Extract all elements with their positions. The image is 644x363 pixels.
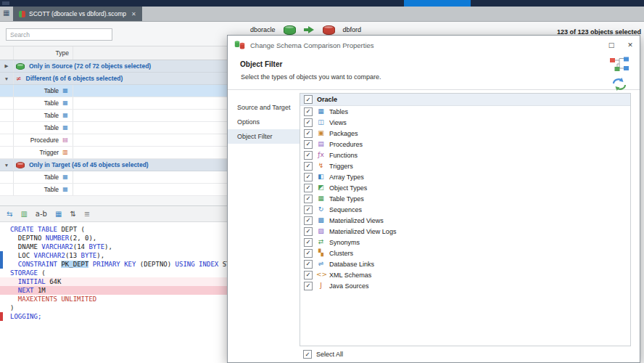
table-icon: ▦ [62, 88, 69, 94]
tree-item-synonyms[interactable]: ✓⇄Synonyms [300, 237, 630, 248]
checkbox[interactable]: ✓ [304, 282, 313, 290]
database-links-icon: ⇌ [316, 261, 326, 267]
app-window: ▦ SCOTT (dboracle vs dbford).scomp ✕ dbo… [0, 0, 644, 363]
source-database-icon [284, 25, 296, 35]
checkbox[interactable]: ✓ [304, 271, 313, 280]
checkbox[interactable]: ✓ [304, 151, 313, 160]
tree-item-label: Object Types [329, 184, 367, 192]
group-label: Only in Target (45 of 45 objects selecte… [29, 161, 149, 168]
tree-root-row[interactable]: ✓ Oracle [300, 94, 630, 106]
change-marker-red [0, 312, 3, 321]
dialog-nav-item-source-and-target[interactable]: Source and Target [228, 100, 300, 115]
select-all-checkbox[interactable]: ✓ [303, 350, 312, 359]
tab-title: SCOTT (dboracle vs dbford).scomp [29, 10, 126, 17]
page-subtitle: Select the types of objects you want to … [241, 73, 640, 81]
tree-item-xml-schemas[interactable]: ✓<>XML Schemas [300, 269, 630, 280]
tree-item-label: Table Types [329, 195, 364, 203]
tree-item-label: XML Schemas [329, 272, 371, 279]
tree-item-materialized-view-logs[interactable]: ✓▨Materialized View Logs [300, 226, 630, 237]
ab-compare-icon[interactable]: a-b [36, 211, 47, 218]
dialog-nav-item-options[interactable]: Options [228, 115, 300, 129]
tree-item-clusters[interactable]: ✓▚Clusters [300, 248, 630, 258]
expander-icon[interactable]: ▼ [0, 159, 14, 171]
database-red-icon [16, 162, 25, 168]
checkbox[interactable]: ✓ [304, 227, 313, 236]
trigger-icon: ▥ [62, 150, 69, 155]
type-column-header[interactable]: Type [14, 46, 73, 60]
tree-item-database-links[interactable]: ✓⇌Database Links [300, 258, 630, 269]
checkbox[interactable]: ✓ [304, 118, 313, 127]
tree-item-label: Packages [329, 130, 358, 137]
checkbox[interactable]: ✓ [304, 162, 313, 171]
dialog-nav: Source and TargetOptionsObject Filter [228, 90, 300, 362]
tree-item-java-sources[interactable]: ✓JJava Sources [300, 280, 630, 291]
top-menu-strip [0, 0, 644, 7]
procedure-icon: ▤ [62, 137, 69, 143]
views-icon: ◫ [316, 119, 326, 126]
checkbox[interactable]: ✓ [304, 107, 313, 116]
target-database-icon [323, 25, 335, 35]
select-all-label: Select All [316, 351, 343, 358]
format-lines-icon[interactable]: ≣ [84, 211, 90, 218]
app-menu-icon[interactable] [2, 1, 9, 5]
maximize-button[interactable]: □ [602, 41, 621, 49]
export-script-icon[interactable]: ▥ [20, 211, 27, 218]
functions-icon: ƒx [316, 152, 326, 158]
tab-scott-comparison[interactable]: SCOTT (dboracle vs dbford).scomp ✕ [13, 7, 142, 21]
change-marker-blue [0, 251, 3, 260]
tree-item-table-types[interactable]: ✓▦Table Types [300, 193, 630, 204]
checkbox[interactable]: ✓ [304, 184, 313, 192]
tree-item-triggers[interactable]: ✓↯Triggers [300, 160, 630, 171]
expander-icon[interactable]: ▼ [0, 73, 14, 84]
active-menu-highlight[interactable] [404, 0, 471, 7]
checkbox[interactable]: ✓ [304, 129, 313, 138]
tree-item-tables[interactable]: ✓▦Tables [300, 106, 630, 117]
comparison-direction-arrow-icon [304, 26, 315, 33]
tree-item-label: Synonyms [329, 239, 360, 246]
checkbox[interactable]: ✓ [304, 216, 313, 225]
tab-close-icon[interactable]: ✕ [131, 11, 136, 17]
tree-item-procedures[interactable]: ✓▤Procedures [300, 139, 630, 150]
checkbox[interactable]: ✓ [304, 205, 313, 214]
checkbox[interactable]: ✓ [304, 249, 313, 258]
checkbox[interactable]: ✓ [304, 173, 313, 182]
sync-comparison-icon[interactable]: ⇆ [7, 211, 12, 218]
tree-item-object-types[interactable]: ✓◩Object Types [300, 182, 630, 193]
tree-item-sequences[interactable]: ✓↻Sequences [300, 204, 630, 215]
dialog-title: Change Schema Comparison Properties [250, 41, 374, 49]
tree-item-functions[interactable]: ✓ƒxFunctions [300, 150, 630, 160]
dialog-compare-icon [234, 40, 245, 50]
tree-item-array-types[interactable]: ✓◧Array Types [300, 171, 630, 182]
schema-compare-doc-icon [19, 11, 25, 17]
table-icon: ▦ [62, 100, 69, 106]
triggers-icon: ↯ [316, 163, 326, 169]
checkbox[interactable]: ✓ [304, 238, 313, 247]
table-types-icon: ▦ [316, 195, 326, 202]
close-button[interactable]: ✕ [621, 41, 640, 49]
dialog-titlebar[interactable]: Change Schema Comparison Properties □ ✕ [228, 36, 640, 54]
checkbox[interactable]: ✓ [304, 195, 313, 203]
sort-icon[interactable]: ⇅ [70, 211, 75, 218]
search-input[interactable] [6, 28, 112, 41]
tree-item-label: Functions [329, 152, 358, 159]
tree-item-label: Materialized Views [329, 217, 384, 224]
object-type-label: Table [44, 87, 59, 94]
tree-root-label: Oracle [317, 96, 337, 103]
table-icon: ▦ [62, 174, 69, 180]
tree-item-packages[interactable]: ✓▣Packages [300, 128, 630, 139]
checkbox[interactable]: ✓ [304, 95, 313, 104]
tree-item-views[interactable]: ✓◫Views [300, 117, 630, 128]
start-page-icon[interactable]: ▦ [3, 9, 9, 17]
tree-item-label: Database Links [329, 261, 374, 268]
object-type-label: Table [44, 124, 59, 131]
data-grid-icon[interactable]: ▦ [55, 211, 62, 218]
checkbox[interactable]: ✓ [304, 260, 313, 269]
checkbox[interactable]: ✓ [304, 140, 313, 149]
expander-icon[interactable]: ▶ [0, 60, 14, 72]
object-type-label: Trigger [39, 149, 59, 156]
tree-item-materialized-views[interactable]: ✓▩Materialized Views [300, 215, 630, 226]
table-icon: ▦ [62, 113, 69, 118]
object-type-label: Table [44, 186, 59, 193]
dialog-nav-item-object-filter[interactable]: Object Filter [228, 129, 300, 144]
select-all-row[interactable]: ✓ Select All [300, 346, 631, 362]
